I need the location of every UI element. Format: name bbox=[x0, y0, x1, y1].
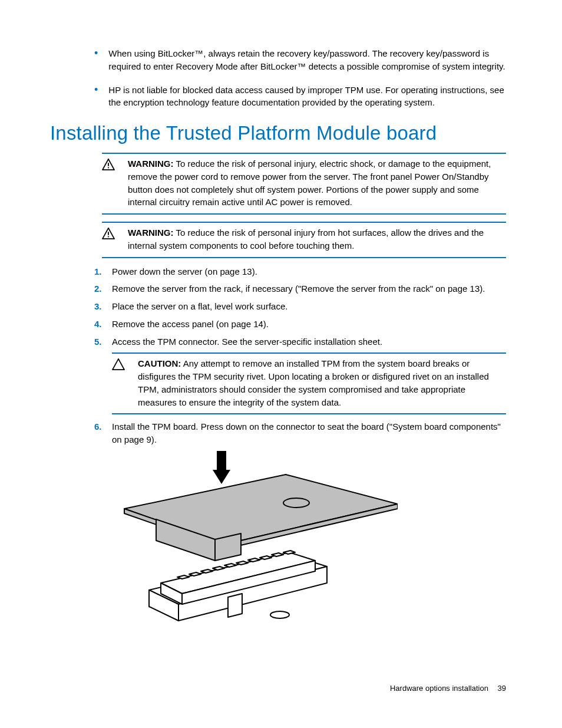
step-item: 4. Remove the access panel (on page 14). bbox=[94, 318, 506, 331]
list-item: • When using BitLocker™, always retain t… bbox=[94, 47, 506, 73]
step-text: Install the TPM board. Press down on the… bbox=[112, 420, 506, 446]
warning-label: WARNING: bbox=[128, 228, 174, 238]
warning-icon bbox=[102, 226, 128, 239]
svg-point-9 bbox=[283, 498, 309, 508]
step-item: 2. Remove the server from the rack, if n… bbox=[94, 282, 506, 295]
step-number: 5. bbox=[94, 335, 112, 348]
caution-box: CAUTION: Any attempt to remove an instal… bbox=[112, 353, 506, 414]
caution-icon bbox=[112, 357, 138, 370]
step-number: 2. bbox=[94, 282, 112, 295]
warning-label: WARNING: bbox=[128, 159, 174, 169]
warning-box: WARNING: To reduce the risk of personal … bbox=[102, 222, 506, 258]
tpm-install-figure bbox=[121, 451, 506, 630]
intro-bullet-list: • When using BitLocker™, always retain t… bbox=[94, 47, 506, 109]
list-item-text: When using BitLocker™, always retain the… bbox=[108, 47, 506, 73]
arrow-down-icon bbox=[213, 451, 230, 484]
section-heading: Installing the Trusted Platform Module b… bbox=[50, 122, 506, 144]
step-text: Power down the server (on page 13). bbox=[112, 265, 506, 278]
svg-rect-1 bbox=[108, 167, 109, 169]
warning-icon bbox=[102, 157, 128, 170]
warning-body: WARNING: To reduce the risk of personal … bbox=[128, 157, 506, 209]
warning-box: WARNING: To reduce the risk of personal … bbox=[102, 153, 506, 215]
step-number: 4. bbox=[94, 318, 112, 331]
step-number: 3. bbox=[94, 300, 112, 313]
page-number: 39 bbox=[498, 684, 506, 693]
document-page: • When using BitLocker™, always retain t… bbox=[0, 0, 562, 728]
step-text: Remove the server from the rack, if nece… bbox=[112, 282, 506, 295]
svg-rect-4 bbox=[217, 451, 226, 471]
step-text: Place the server on a flat, level work s… bbox=[112, 300, 506, 313]
bullet-icon: • bbox=[94, 84, 98, 97]
warning-text: To reduce the risk of personal injury, e… bbox=[128, 159, 491, 207]
caution-body: CAUTION: Any attempt to remove an instal… bbox=[138, 357, 506, 409]
step-item: 6. Install the TPM board. Press down on … bbox=[94, 420, 506, 446]
footer-label: Hardware options installation bbox=[390, 684, 488, 693]
svg-marker-5 bbox=[213, 470, 230, 484]
bullet-icon: • bbox=[94, 47, 98, 60]
list-item: • HP is not liable for blocked data acce… bbox=[94, 84, 506, 110]
caution-label: CAUTION: bbox=[138, 358, 181, 368]
svg-marker-18 bbox=[228, 594, 242, 617]
step-item: 5. Access the TPM connector. See the ser… bbox=[94, 335, 506, 348]
step-number: 1. bbox=[94, 265, 112, 278]
page-footer: Hardware options installation 39 bbox=[390, 684, 506, 693]
step-text: Remove the access panel (on page 14). bbox=[112, 318, 506, 331]
step-item: 3. Place the server on a flat, level wor… bbox=[94, 300, 506, 313]
svg-point-29 bbox=[270, 611, 289, 618]
warning-body: WARNING: To reduce the risk of personal … bbox=[128, 226, 506, 252]
step-text: Access the TPM connector. See the server… bbox=[112, 335, 506, 348]
caution-text: Any attempt to remove an installed TPM f… bbox=[138, 358, 489, 407]
svg-rect-0 bbox=[108, 163, 109, 166]
step-number: 6. bbox=[94, 420, 112, 433]
list-item-text: HP is not liable for blocked data access… bbox=[108, 84, 506, 110]
svg-rect-3 bbox=[108, 236, 109, 238]
svg-rect-2 bbox=[108, 232, 109, 235]
step-item: 1. Power down the server (on page 13). bbox=[94, 265, 506, 278]
warning-text: To reduce the risk of personal injury fr… bbox=[128, 228, 484, 251]
